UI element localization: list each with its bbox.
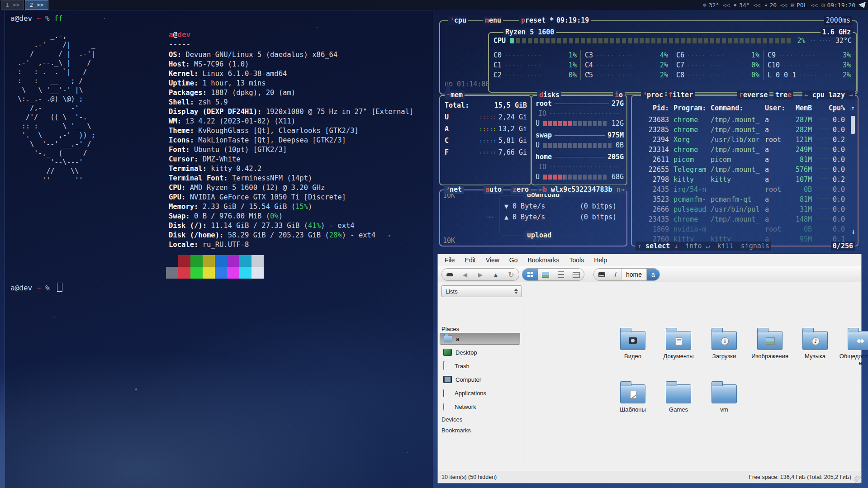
process-row[interactable]: 23435chrome/tmp/.mount_a148M·········0.0	[637, 215, 845, 225]
scroll-down-icon[interactable]: ↓	[851, 227, 855, 236]
path-root-icon-button[interactable]	[594, 269, 610, 280]
fetch-info-line: Locale: ru_RU.UTF-8	[169, 240, 413, 250]
path-segment-a[interactable]: a	[646, 269, 659, 280]
proc-tab-ilter[interactable]: filter	[667, 90, 695, 99]
col-command[interactable]: Command:	[711, 104, 743, 112]
download-rate: 0 Byte/s	[512, 202, 545, 210]
col-memb[interactable]: MemB	[787, 104, 812, 112]
menu-item-help[interactable]: Help	[589, 254, 612, 266]
icon-view-button[interactable]	[522, 269, 538, 280]
disks-panel-title[interactable]: disks	[537, 90, 561, 99]
file-item-Документы[interactable]: Документы	[656, 327, 701, 360]
io-toggle[interactable]: io	[613, 90, 625, 99]
col-user[interactable]: User:	[765, 104, 785, 112]
file-item-Загрузки[interactable]: ↓Загрузки	[702, 327, 747, 360]
proc-program: pulseaud	[674, 205, 706, 213]
process-scrollbar-thumb[interactable]	[851, 116, 855, 134]
process-row[interactable]: 23285chrome/tmp/.mount_a282M·········0.0	[637, 126, 845, 136]
file-item-vm[interactable]: vm	[702, 381, 747, 413]
footer-key-select[interactable]: ↑ select ↓	[637, 242, 678, 251]
footer-key-signals[interactable]: signals	[741, 242, 769, 251]
gpu-segment: ▪34°	[734, 2, 750, 9]
process-row[interactable]: 1869nvidia-mroot0B·········0.0	[637, 225, 845, 235]
resize-grip[interactable]	[854, 476, 861, 483]
back-button[interactable]: ◀	[457, 269, 473, 280]
sort-arrow-icon[interactable]: ↑	[851, 104, 855, 112]
thumbnail-view-button[interactable]	[538, 269, 553, 280]
sidebar-item-a[interactable]: a	[440, 333, 520, 345]
net-speed-box: download upload ▼ 0 Byte/s (0 bitps) ▲ 0…	[499, 195, 622, 236]
process-row[interactable]: 2798kittykittya107M·········0.2	[637, 175, 845, 185]
compact-view-button[interactable]	[553, 269, 569, 280]
telegram-tray-icon[interactable]	[858, 1, 866, 9]
core-name: C2	[493, 71, 502, 79]
info-percent: 15%	[295, 203, 308, 211]
menu-item-view[interactable]: View	[481, 254, 504, 266]
cpu-tab-enu[interactable]: menu	[483, 16, 503, 25]
process-row[interactable]: 3523pcmanfm-pcmanfm-qta81M·········0.0	[637, 195, 845, 205]
proc-tab-everse[interactable]: reverse	[737, 90, 769, 99]
net-tab-ero[interactable]: zero	[511, 185, 531, 194]
memory-panel-title[interactable]: ²mem	[445, 90, 465, 99]
footer-key-info[interactable]: info ↵	[685, 242, 710, 251]
process-row[interactable]: 23683chrome/tmp/.mount_a287M·········0.0	[637, 116, 845, 126]
sidebar-item-network[interactable]: Network	[440, 401, 520, 412]
sidebar-item-desktop[interactable]: Desktop	[440, 346, 520, 358]
net-tab-uto[interactable]: auto	[484, 185, 503, 194]
net-tab-wlx9c532234783b[interactable]: ←b wlx9c532234783b n→	[537, 185, 626, 194]
col-cpu[interactable]: Cpu%	[828, 104, 845, 112]
palette-swatch	[190, 255, 203, 267]
cpu-tab-cpu[interactable]: ¹cpu	[448, 16, 468, 25]
up-button[interactable]: ▲	[488, 269, 503, 280]
places-button[interactable]	[442, 269, 457, 280]
path-segment-root[interactable]: /	[610, 269, 621, 280]
sidebar-item-trash[interactable]: Trash	[440, 360, 520, 372]
tab-label: uto	[489, 185, 502, 194]
proc-tab-tre[interactable]: tree	[773, 90, 793, 99]
side-pane: Lists Places aDesktopTrashComputerApplic…	[438, 282, 523, 471]
net-tab-net[interactable]: ³net	[444, 185, 464, 194]
forward-button[interactable]: ▶	[473, 269, 488, 280]
menu-item-file[interactable]: File	[440, 254, 460, 266]
cpu-tab-reset[interactable]: preset *	[519, 16, 555, 25]
file-item-Изображения[interactable]: Изображения	[747, 327, 792, 360]
file-view[interactable]: ВидеоДокументы↓ЗагрузкиИзображения♪Музык…	[523, 282, 861, 471]
desktop-icon	[443, 349, 452, 356]
terminal-window[interactable]: a@dev ~ % ff _.-, .-' /| _ / / | .-'| .-…	[5, 10, 433, 488]
menu-item-tools[interactable]: Tools	[564, 254, 589, 266]
info-value: KvRoughGlass [Qt], Clearlooks [GTK2/3]	[194, 127, 359, 135]
music-emblem-icon: ♪	[812, 337, 820, 345]
file-item-Видео[interactable]: Видео	[610, 327, 655, 360]
sidebar-item-applications[interactable]: Applications	[440, 387, 520, 399]
process-row[interactable]: 2666pulseaud/usr/bin/pula31M·········0.0	[637, 205, 845, 215]
cpu-core-C5: C5····· ····2%	[585, 70, 668, 80]
process-row[interactable]: 2435irq/54-nroot0B·········0.0	[637, 185, 845, 195]
reload-button[interactable]: ↻	[503, 269, 519, 280]
file-item-Общедоступные[interactable]: Общедоступные	[838, 327, 868, 366]
sidebar-item-computer[interactable]: Computer	[440, 374, 520, 385]
process-row[interactable]: 23314chrome/tmp/.mount_a249M·········0.0	[637, 146, 845, 156]
path-segment-home[interactable]: home	[621, 269, 646, 280]
file-item-Games[interactable]: Games	[656, 381, 701, 413]
update-interval[interactable]: 2000ms	[824, 16, 852, 25]
file-item-Шаблоны[interactable]: Шаблоны	[610, 381, 655, 413]
workspace-button-1[interactable]: 1_>>	[1, 0, 24, 10]
col-program[interactable]: Program:	[674, 104, 706, 112]
applications-icon	[443, 390, 451, 396]
fetch-info-line: Disk (/): 11.14 GiB / 27.33 GiB (41%) - …	[169, 221, 413, 231]
menu-item-bookmarks[interactable]: Bookmarks	[522, 254, 564, 266]
process-row[interactable]: 2611picompicoma81M·········0.0	[637, 156, 845, 166]
proc-tab-proc[interactable]: ⁴proc	[641, 90, 665, 99]
menu-item-go[interactable]: Go	[504, 254, 523, 266]
col-pid[interactable]: Pid:	[637, 104, 669, 112]
workspace-button-2[interactable]: 2_>>	[25, 0, 48, 10]
process-row[interactable]: 22655Telegram/tmp/.mount_a576M·········0…	[637, 166, 845, 175]
detailed-view-button[interactable]	[569, 269, 584, 280]
side-pane-mode-combo[interactable]: Lists	[441, 285, 522, 297]
process-row[interactable]: 2394Xorg/usr/lib/xorroot121M·········0.2	[637, 136, 845, 146]
x[interactable]	[446, 85, 450, 94]
menu-item-edit[interactable]: Edit	[460, 254, 481, 266]
proc-tab-cpu-lazy[interactable]: ← cpu lazy →	[802, 90, 855, 99]
footer-key-kill[interactable]: kill	[717, 242, 734, 251]
file-item-Музыка[interactable]: ♪Музыка	[792, 327, 838, 360]
